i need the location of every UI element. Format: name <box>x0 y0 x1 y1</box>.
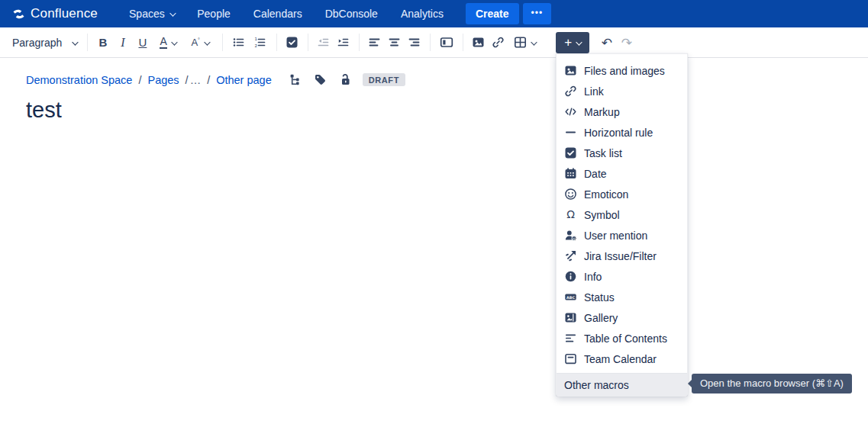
numbered-list-button[interactable]: 12 <box>250 32 271 53</box>
insert-more-content-button[interactable]: + <box>556 32 589 53</box>
link-icon <box>564 85 577 98</box>
task-list-icon <box>564 146 577 159</box>
menu-item-label: Jira Issue/Filter <box>584 250 657 262</box>
horizontal-rule-icon <box>564 126 577 139</box>
menu-item-table-of-contents[interactable]: Table of Contents <box>557 328 687 349</box>
menu-item-date[interactable]: Date <box>557 163 687 184</box>
paragraph-style-label: Paragraph <box>12 37 62 49</box>
menu-item-label: Gallery <box>584 312 618 324</box>
chevron-down-icon <box>169 10 176 16</box>
editor-content: Demonstration Space / Pages / … / Other … <box>0 58 868 123</box>
chevron-down-icon <box>576 39 582 45</box>
top-navbar: Confluence Spaces People Calendars DbCon… <box>0 0 868 27</box>
text-color-button[interactable]: A <box>153 32 183 53</box>
indent-icon <box>337 36 350 49</box>
menu-item-gallery[interactable]: Gallery <box>557 307 687 328</box>
toolbar-separator <box>222 34 223 51</box>
image-icon <box>472 36 485 49</box>
insert-image-button[interactable] <box>469 32 489 53</box>
page-title[interactable]: test <box>26 98 842 123</box>
nav-more-button[interactable]: ••• <box>523 3 552 24</box>
menu-item-horizontal-rule[interactable]: Horizontal rule <box>557 122 687 143</box>
svg-text:1: 1 <box>255 37 257 41</box>
symbol-icon: Ω <box>564 208 577 221</box>
chevron-down-icon <box>531 39 537 45</box>
menu-item-status[interactable]: ABC Status <box>557 287 687 307</box>
indent-button[interactable] <box>334 32 353 53</box>
user-mention-icon: @ <box>564 229 577 242</box>
nav-item-people[interactable]: People <box>197 8 231 20</box>
align-right-icon <box>408 36 421 49</box>
more-formatting-button[interactable]: A° <box>183 32 217 53</box>
page-actions <box>289 73 352 86</box>
emoticon-icon <box>564 188 577 201</box>
breadcrumb-link-space[interactable]: Demonstration Space <box>26 74 132 86</box>
gallery-icon <box>564 311 577 324</box>
svg-text:ABC: ABC <box>566 296 575 300</box>
confluence-logo[interactable]: Confluence <box>12 6 98 21</box>
align-center-button[interactable] <box>385 32 405 53</box>
menu-item-emoticon[interactable]: Emoticon <box>557 184 687 204</box>
plus-icon: + <box>564 36 572 49</box>
bold-button[interactable]: B <box>93 32 113 53</box>
nav-item-label: Analytics <box>401 8 444 20</box>
underline-button[interactable]: U <box>133 32 153 53</box>
menu-item-task-list[interactable]: Task list <box>557 143 687 163</box>
toolbar-separator <box>463 34 463 51</box>
nav-item-label: Calendars <box>253 8 302 20</box>
nav-item-dbconsole[interactable]: DbConsole <box>325 8 378 20</box>
breadcrumb-separator: / <box>207 74 210 86</box>
menu-item-other-macros[interactable]: Other macros <box>557 374 687 396</box>
files-and-images-icon <box>564 64 577 77</box>
nav-item-spaces[interactable]: Spaces <box>129 8 174 20</box>
insert-link-button[interactable] <box>489 32 508 53</box>
menu-item-info[interactable]: Info <box>557 266 687 287</box>
editor-toolbar: Paragraph B I U A A° 12 <box>0 27 868 58</box>
menu-item-link[interactable]: Link <box>557 81 687 101</box>
menu-item-label: Team Calendar <box>584 353 657 365</box>
menu-item-team-calendar[interactable]: Team Calendar <box>557 349 687 369</box>
breadcrumb-ellipsis[interactable]: … <box>190 74 202 86</box>
nav-item-calendars[interactable]: Calendars <box>253 8 302 20</box>
insert-table-button[interactable] <box>508 32 540 53</box>
create-button[interactable]: Create <box>466 3 519 24</box>
chevron-down-icon <box>204 39 210 45</box>
label-icon[interactable] <box>314 73 327 86</box>
bullet-list-icon <box>232 36 245 49</box>
align-left-button[interactable] <box>365 32 385 53</box>
breadcrumb-link-pages[interactable]: Pages <box>147 74 179 86</box>
page-tree-icon[interactable] <box>289 73 302 86</box>
more-formatting-icon: A° <box>191 37 199 48</box>
menu-item-symbol[interactable]: Ω Symbol <box>557 204 687 225</box>
toolbar-separator <box>430 34 431 51</box>
menu-item-label: Emoticon <box>584 188 628 201</box>
toolbar-separator <box>276 34 277 51</box>
italic-button[interactable]: I <box>113 32 133 53</box>
menu-item-label: Symbol <box>584 209 620 221</box>
page-layout-button[interactable] <box>436 32 457 53</box>
breadcrumb-link-other-page[interactable]: Other page <box>216 74 272 86</box>
toolbar-separator <box>87 34 88 51</box>
menu-item-label: Task list <box>584 147 622 159</box>
align-right-button[interactable] <box>405 32 424 53</box>
task-list-icon <box>286 36 298 49</box>
nav-item-label: People <box>197 8 231 20</box>
menu-item-label: Table of Contents <box>584 332 667 345</box>
paragraph-style-dropdown[interactable]: Paragraph <box>8 32 82 53</box>
menu-item-files-and-images[interactable]: Files and images <box>557 60 687 81</box>
undo-button[interactable]: ↶ <box>597 32 617 53</box>
menu-item-user-mention[interactable]: @ User mention <box>557 225 687 246</box>
bullet-list-button[interactable] <box>228 32 250 53</box>
outdent-button[interactable] <box>314 32 334 53</box>
task-list-button[interactable] <box>282 32 302 53</box>
redo-button[interactable]: ↷ <box>617 32 637 53</box>
menu-item-label: Files and images <box>584 65 665 77</box>
menu-item-label: User mention <box>584 230 647 242</box>
menu-item-markup[interactable]: Markup <box>557 101 687 122</box>
unlock-icon[interactable] <box>339 73 352 86</box>
toolbar-separator <box>308 34 308 51</box>
nav-item-analytics[interactable]: Analytics <box>401 8 444 20</box>
menu-item-jira-issue-filter[interactable]: Jira Issue/Filter <box>557 246 687 266</box>
menu-item-label: Info <box>584 271 602 283</box>
svg-text:@: @ <box>573 237 576 241</box>
